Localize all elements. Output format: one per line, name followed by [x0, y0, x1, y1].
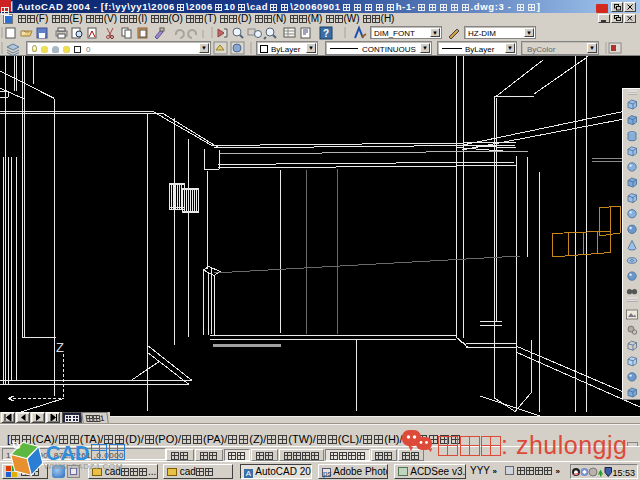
svg-text:?: ? [323, 28, 329, 39]
svg-text:Z: Z [56, 340, 64, 355]
